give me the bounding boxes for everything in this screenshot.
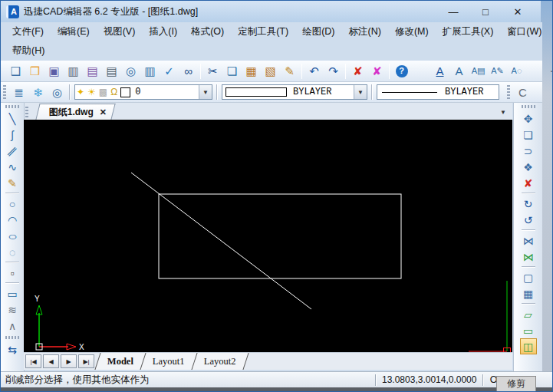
paste-special-button[interactable]: ▧ — [261, 62, 280, 81]
leader-button[interactable]: ⊸ — [545, 62, 553, 81]
tab-close-icon[interactable]: ✕ — [100, 107, 107, 117]
last-tab-button[interactable]: ▶| — [78, 354, 94, 368]
mirror-button[interactable]: ⋈ — [520, 232, 537, 249]
menu-view[interactable]: 视图(V) — [97, 24, 143, 40]
menu-insert[interactable]: 插入(I) — [142, 24, 184, 40]
rotate-axis-button[interactable]: ↺ — [520, 212, 537, 228]
erase-button[interactable]: ✘ — [520, 175, 537, 191]
arc-button[interactable]: ◠ — [4, 212, 21, 228]
menu-format[interactable]: 格式(O) — [184, 24, 231, 40]
spline-button[interactable]: ∿ — [4, 159, 21, 175]
linetype-combo[interactable]: BYLAYER ▼ — [222, 84, 367, 100]
menu-draw[interactable]: 绘图(D) — [295, 24, 341, 40]
menu-modify[interactable]: 修改(M) — [388, 24, 436, 40]
scale-button[interactable]: ▢ — [520, 269, 537, 285]
drawing-canvas[interactable]: YX — [24, 120, 512, 352]
layout-tab-layout1[interactable]: Layout1 — [140, 353, 196, 370]
line-button[interactable]: ╲ — [4, 110, 21, 127]
layer-search-button[interactable]: ◎ — [48, 83, 67, 101]
export-acis-button[interactable]: ▥ — [64, 62, 83, 81]
layout-tab-layout2[interactable]: Layout2 — [191, 353, 249, 370]
lineweight-combo-value: BYLAYER — [445, 87, 483, 97]
move-button[interactable]: ✥ — [520, 110, 537, 127]
drawn-rectangle[interactable] — [159, 194, 401, 278]
layout-tab-model[interactable]: Model — [94, 353, 145, 370]
lengthen-button[interactable]: ▱ — [520, 306, 537, 322]
linetype-combo-arrow-icon[interactable]: ▼ — [354, 85, 367, 99]
copy-button[interactable]: ❏ — [222, 62, 242, 81]
menu-custom-tools[interactable]: 定制工具(T) — [231, 24, 295, 40]
ellipse-button[interactable]: ○ — [4, 228, 21, 244]
maximize-button[interactable]: □ — [469, 1, 502, 22]
separator — [389, 64, 390, 79]
rectangle-button[interactable]: ▭ — [4, 285, 21, 301]
more-tools-button[interactable]: ∧ — [4, 318, 21, 334]
menu-dimension[interactable]: 标注(N) — [342, 24, 388, 40]
prev-tab-button[interactable]: ◀ — [43, 354, 59, 368]
menu-file[interactable]: 文件(F) — [5, 24, 51, 40]
find-button[interactable]: ∞ — [179, 62, 198, 81]
erase-selected-button[interactable]: ✘ — [348, 62, 367, 81]
text-style-button[interactable]: A✎ — [488, 62, 507, 81]
purge-button[interactable]: ✘ — [367, 62, 387, 81]
copy-object-button[interactable]: ❏ — [520, 127, 537, 143]
undo-button[interactable]: ↶ — [304, 62, 324, 81]
toolbar-grip[interactable] — [5, 336, 19, 339]
revision-cloud-button[interactable]: ◌ — [4, 244, 21, 260]
menu-edit[interactable]: 编辑(E) — [51, 24, 97, 40]
layout-tab-bar: |◀◀▶▶| ModelLayout1Layout2 — [24, 352, 512, 370]
find-text-button[interactable]: A◌ — [507, 62, 526, 81]
layer-freeze-button[interactable]: ❄ — [28, 83, 48, 101]
toolbar-grip[interactable] — [3, 85, 6, 99]
offset-button[interactable]: ⊃ — [520, 143, 537, 159]
menu-express-tools[interactable]: 扩展工具(X) — [436, 24, 501, 40]
layer-combo[interactable]: ✦☀▩Ω 0 ▼ — [74, 84, 212, 100]
toolbar-grip[interactable] — [522, 105, 535, 108]
help-button[interactable]: ? — [392, 62, 411, 81]
extend-button[interactable]: ▭ — [520, 322, 537, 338]
toolbar-grip[interactable] — [5, 105, 19, 108]
mirror-3d-button[interactable]: ⋈ — [520, 249, 537, 265]
layer-properties-button[interactable]: ≣ — [9, 83, 28, 101]
first-tab-button[interactable]: |◀ — [25, 354, 41, 368]
hatch-coil-button[interactable]: ≋ — [4, 301, 21, 318]
print-preview-button[interactable]: ◎ — [121, 62, 140, 81]
sketch-button[interactable]: ✎ — [4, 175, 21, 191]
menu-window[interactable]: 窗口(W) — [500, 24, 548, 40]
close-button[interactable]: ✕ — [502, 1, 534, 22]
rotate-button[interactable]: ↻ — [520, 196, 537, 212]
save-button[interactable]: ▣ — [44, 62, 64, 81]
polyline-button[interactable]: ʃ — [4, 127, 21, 143]
array-button[interactable]: ❖ — [520, 159, 537, 175]
spell-check-button[interactable]: ✓ — [160, 62, 179, 81]
polyline-edit-button[interactable]: ⇆ — [4, 341, 21, 357]
tab-list-dropdown-icon[interactable]: ▼ — [500, 109, 506, 116]
format-painter-button[interactable]: ✎ — [280, 62, 299, 81]
trim-button[interactable]: ◫ — [520, 338, 537, 354]
redo-button[interactable]: ↷ — [324, 62, 343, 81]
open-file-button[interactable]: ❒ — [25, 62, 44, 81]
paste-button[interactable]: ▦ — [242, 62, 261, 81]
menu-help[interactable]: 帮助(H) — [5, 43, 51, 59]
drawn-line[interactable] — [131, 173, 311, 309]
circle-button[interactable]: ○ — [4, 196, 21, 212]
new-file-button[interactable]: ❑ — [6, 62, 25, 81]
toolbar-grip[interactable] — [25, 107, 28, 117]
plot-button[interactable]: ▤ — [83, 62, 102, 81]
minimize-button[interactable]: — — [437, 1, 469, 22]
double-line-button[interactable]: ∥ — [4, 143, 21, 159]
document-tab[interactable]: 图纸1.dwg ✕ — [35, 104, 115, 120]
next-tab-button[interactable]: ▶ — [61, 354, 77, 368]
single-line-text-button[interactable]: A — [430, 62, 449, 81]
stretch-button[interactable]: ▦ — [520, 285, 537, 301]
layer-combo-arrow-icon[interactable]: ▼ — [199, 85, 212, 99]
page-setup-button[interactable]: ▥ — [140, 62, 160, 81]
multiline-text-button[interactable]: A — [449, 62, 469, 81]
point-button[interactable]: ▫ — [4, 265, 21, 281]
edit-text-button[interactable]: A▤ — [469, 62, 488, 81]
arc-tool-button[interactable]: C — [513, 83, 532, 101]
cut-button[interactable]: ✂ — [203, 62, 222, 81]
print-button[interactable]: ▤ — [102, 62, 121, 81]
lineweight-combo[interactable]: BYLAYER — [377, 84, 499, 100]
toolbar-grip[interactable] — [507, 85, 510, 99]
